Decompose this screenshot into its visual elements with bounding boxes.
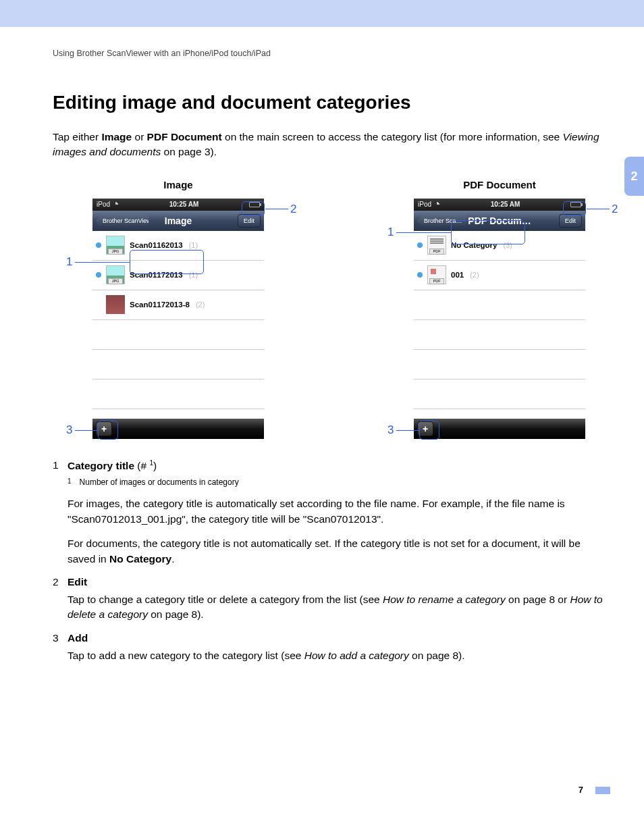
edit-button[interactable]: Edit [238,214,261,228]
legend-item: 3 Add [53,632,610,644]
screenshot-label: Image [68,179,289,190]
category-label: 001 [451,271,464,279]
nav-bar: Brother ScanViewer Image Edit [92,211,264,231]
list-item [92,380,264,409]
intro-paragraph: Tap either Image or PDF Document on the … [53,130,610,160]
category-label: Scan01172013-8 [130,301,190,309]
toolbar: + [92,419,264,439]
callout-number: 3 [387,423,394,437]
list-item[interactable]: Scan01162013 (1) [92,231,264,261]
legend-paragraph: For images, the category title is automa… [68,496,610,527]
nav-title: Image [165,215,192,226]
category-label: Scan01162013 [130,241,183,249]
unread-dot-icon [417,242,423,248]
footnote: 1 Number of images or documents in categ… [68,477,610,487]
legend-paragraph: Tap to add a new category to the categor… [68,648,610,663]
thumbnail-icon [427,236,446,255]
nav-bar: Brother Sca… PDF Docum… Edit [414,211,585,231]
category-list[interactable]: No Category (3) 001 (2) [414,231,585,419]
legend-paragraph: Tap to change a category title or delete… [68,592,610,623]
page-top-accent [0,0,644,27]
callout-number: 3 [66,423,72,437]
list-item [414,380,585,409]
callout-number: 1 [387,226,394,239]
list-item[interactable]: No Category (3) [414,231,585,261]
screenshot-image: Image iPod 10:25 AM Brother ScanViewer I… [68,179,289,439]
toolbar: + [414,419,585,439]
category-count: (3) [503,241,512,249]
edit-button[interactable]: Edit [559,214,582,228]
unread-dot-icon [96,302,101,307]
callout-line [587,209,610,209]
battery-icon [249,202,260,207]
category-count: (1) [189,271,198,279]
category-list[interactable]: Scan01162013 (1) Scan01172013 (1) Scan01… [92,231,264,419]
screenshot-pdf: PDF Document iPod 10:25 AM Brother Sca… … [389,179,610,439]
thumbnail-icon [106,295,125,314]
callout-number: 1 [66,255,72,269]
callout-line [396,430,419,431]
unread-dot-icon [96,272,101,278]
callout-number: 2 [612,203,618,216]
status-bar: iPod 10:25 AM [92,199,264,211]
legend-item: 1 Category title (# 1) [53,459,610,472]
thumbnail-icon [427,265,446,284]
page-number: 7 [53,785,610,795]
callout-number: 2 [290,203,296,216]
category-count: (2) [470,271,479,279]
list-item [414,350,585,380]
add-button[interactable]: + [417,421,433,436]
wifi-icon [433,202,440,207]
nav-title: PDF Docum… [468,215,531,226]
category-count: (2) [196,301,205,309]
category-count: (1) [189,241,198,249]
unread-dot-icon [417,272,423,278]
status-bar: iPod 10:25 AM [414,199,585,211]
unread-dot-icon [96,242,101,248]
thumbnail-icon [106,236,125,255]
add-button[interactable]: + [96,421,112,436]
list-item[interactable]: Scan01172013-8 (2) [92,290,264,320]
screenshot-label: PDF Document [389,179,610,190]
list-item [92,320,264,350]
list-item [92,350,264,380]
chapter-tab: 2 [624,157,644,196]
callout-line [396,232,451,233]
legend-item: 2 Edit [53,576,610,588]
callout-line [75,430,98,431]
callout-line [75,262,130,263]
category-label: No Category [451,241,497,249]
breadcrumb: Using Brother ScanViewer with an iPhone/… [53,49,610,58]
list-item[interactable]: Scan01172013 (1) [92,261,264,290]
battery-icon [570,202,581,207]
back-button[interactable]: Brother Sca… [417,214,466,228]
category-label: Scan01172013 [130,271,183,279]
wifi-icon [112,202,119,207]
list-item [414,290,585,320]
list-item [414,320,585,350]
back-button[interactable]: Brother ScanViewer [96,214,149,228]
legend: 1 Category title (# 1) 1 Number of image… [53,459,610,663]
legend-paragraph: For documents, the category title is not… [68,536,610,567]
list-item[interactable]: 001 (2) [414,261,585,290]
callout-line [265,209,288,209]
thumbnail-icon [106,265,125,284]
page-title: Editing image and document categories [53,92,610,113]
